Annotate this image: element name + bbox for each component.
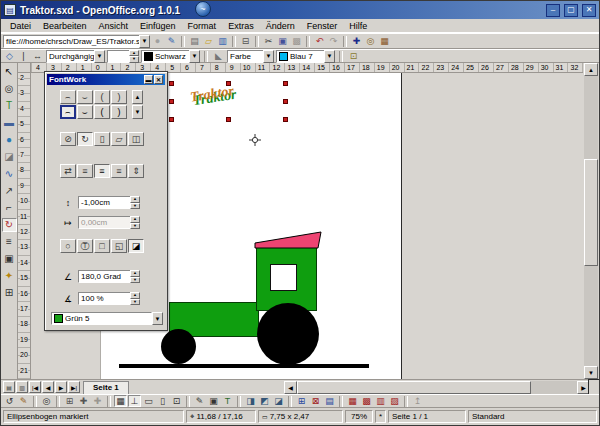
3d-objects-tool-icon[interactable]: ◪	[2, 150, 17, 164]
draft-fill-icon[interactable]: ▥	[374, 395, 387, 407]
show-grid-icon[interactable]: ⊞	[63, 395, 76, 407]
double-click-edit-icon[interactable]: T	[221, 395, 234, 407]
maximize-button[interactable]: ▢	[564, 4, 578, 17]
effects-tool-icon[interactable]: ✦	[2, 269, 17, 283]
vertical-scroll-thumb[interactable]	[584, 159, 598, 266]
select-tool-icon[interactable]: ↖	[2, 65, 17, 79]
menu-item[interactable]: Hilfe	[343, 21, 373, 31]
tab-seite-1[interactable]: Seite 1	[83, 381, 129, 394]
edit-gluepoints-icon[interactable]: ✎	[17, 395, 30, 407]
stop-icon[interactable]: ●	[151, 35, 164, 47]
ellipse-tool-icon[interactable]: ●	[2, 133, 17, 147]
prev-page-icon[interactable]: ◀	[42, 381, 54, 393]
selection-handle[interactable]	[169, 117, 174, 122]
redo-icon[interactable]: ↷	[327, 35, 340, 47]
arrow-style-icon[interactable]: ↔	[31, 50, 44, 62]
fontwork-slant-shadow-icon[interactable]: ◪	[128, 239, 144, 253]
selection-handle[interactable]	[283, 99, 288, 104]
scroll-up-icon[interactable]: ▲	[584, 63, 598, 76]
fontwork-rollup-button[interactable]: ▬	[144, 75, 153, 84]
scroll-left-icon[interactable]: ◀	[284, 381, 297, 394]
fontwork-slant-horizontal-icon[interactable]: ▱	[111, 132, 127, 146]
next-page-icon[interactable]: ▶	[55, 381, 67, 393]
shadow-icon[interactable]: ⊡	[347, 50, 360, 62]
selection-handle[interactable]	[169, 99, 174, 104]
tractor-window[interactable]	[270, 264, 297, 291]
draft-contour-icon[interactable]: ▩	[360, 395, 373, 407]
snap-to-helplines-icon[interactable]: ⊥	[128, 395, 141, 407]
helplines-while-moving-icon[interactable]: ✚	[91, 395, 104, 407]
line-width-spinner[interactable]: ▲▼	[107, 50, 139, 63]
vertical-scrollbar[interactable]: ▲ ▼	[584, 63, 598, 379]
fontwork-open-arc-up-icon[interactable]: ⌢	[60, 105, 76, 119]
fontwork-arc-left-icon[interactable]: (	[94, 90, 110, 104]
fontwork-shadow-color-combo[interactable]: Grün 5 ▼	[51, 312, 163, 325]
contour-mode-icon[interactable]: ⊠	[309, 395, 322, 407]
selection-handle[interactable]	[226, 81, 231, 86]
fontwork-off-icon[interactable]: ⊘	[60, 132, 76, 146]
status-zoom[interactable]: 75%	[345, 410, 373, 423]
snap-to-margins-icon[interactable]: ▭	[142, 395, 155, 407]
shadow-angle-spin-buttons[interactable]: ▲▼	[130, 270, 140, 283]
last-page-icon[interactable]: ▶|	[68, 381, 80, 393]
line-style-value[interactable]: Durchgängig	[46, 50, 94, 63]
tractor-roof[interactable]	[253, 231, 325, 250]
menu-item[interactable]: Extras	[222, 21, 260, 31]
fill-type-combo[interactable]: Farbe ▼	[227, 50, 274, 63]
open-icon[interactable]: ▱	[202, 35, 215, 47]
line-color-combo[interactable]: Schwarz ▼	[141, 50, 200, 63]
exit-all-groups-icon[interactable]: ↥	[411, 395, 424, 407]
simple-handles-icon[interactable]: ◨	[244, 395, 257, 407]
menu-item[interactable]: Format	[182, 21, 223, 31]
master-view-icon[interactable]: ▥	[16, 381, 28, 393]
horizontal-scrollbar[interactable]: ◀ ▶	[284, 381, 590, 394]
shadow-size-field[interactable]: 100 %	[78, 292, 130, 305]
arrange-tool-icon[interactable]: ▣	[2, 252, 17, 266]
fontwork-open-arc-right-icon[interactable]: )	[111, 105, 127, 119]
vertical-ruler[interactable]: 2345678910111213141516171819202122	[18, 73, 31, 379]
lines-arrows-tool-icon[interactable]: ↗	[2, 184, 17, 198]
shadow-angle-field[interactable]: 180,0 Grad	[78, 270, 130, 283]
selection-handle[interactable]	[283, 81, 288, 86]
window-resize-grip[interactable]	[588, 379, 599, 394]
modify-with-attributes-icon[interactable]: ◪	[272, 395, 285, 407]
distance-field[interactable]: -1,00cm	[78, 196, 130, 209]
navigator-icon[interactable]: ✚	[350, 35, 363, 47]
menu-item[interactable]: Fenster	[301, 21, 344, 31]
rear-wheel[interactable]	[257, 303, 319, 365]
line-style-dropdown-icon[interactable]: ▼	[94, 50, 105, 63]
fontwork-open-arc-left-icon[interactable]: (	[94, 105, 110, 119]
fontwork-slant-vertical-icon[interactable]: ◫	[128, 132, 144, 146]
fontwork-align-center-icon[interactable]: ≡	[94, 164, 110, 178]
horizontal-scroll-thumb[interactable]	[297, 381, 531, 394]
zoom-tool-icon[interactable]: ◎	[2, 82, 17, 96]
curve-tool-icon[interactable]: ∿	[2, 167, 17, 181]
menu-item[interactable]: Ändern	[260, 21, 301, 31]
fontwork-vertical-shadow-icon[interactable]: ◱	[111, 239, 127, 253]
selection-handle[interactable]	[226, 117, 231, 122]
draft-picture-icon[interactable]: ▦	[346, 395, 359, 407]
line-dialog-icon[interactable]: |	[17, 50, 30, 62]
alignment-tool-icon[interactable]: ≡	[2, 235, 17, 249]
draft-line-icon[interactable]: ▨	[388, 395, 401, 407]
fontwork-arc-up-icon[interactable]: ⌢	[60, 90, 76, 104]
scroll-down-icon[interactable]: ▼	[584, 366, 598, 379]
fontwork-autosize-icon[interactable]: ⇕	[128, 164, 144, 178]
snap-to-points-icon[interactable]: ⊡	[170, 395, 183, 407]
fill-color-combo[interactable]: Blau 7 ▼	[276, 50, 335, 63]
indent-spin-buttons[interactable]: ▲▼	[130, 216, 140, 229]
fill-type-value[interactable]: Farbe	[227, 50, 263, 63]
distance-spin-buttons[interactable]: ▲▼	[130, 196, 140, 209]
fontwork-text-contour-icon[interactable]: Ⓣ	[77, 239, 93, 253]
menu-item[interactable]: Bearbeiten	[37, 21, 93, 31]
text-placeholder-icon[interactable]: ▤	[323, 395, 336, 407]
fontwork-arc-right-icon[interactable]: )	[111, 90, 127, 104]
edit-points-icon[interactable]: ◇	[3, 50, 16, 62]
fontwork-upright-icon[interactable]: ▯	[94, 132, 110, 146]
shadow-color-dropdown-icon[interactable]: ▼	[152, 312, 163, 325]
fill-type-dropdown-icon[interactable]: ▼	[263, 50, 274, 63]
picture-placeholder-icon[interactable]: ⊞	[295, 395, 308, 407]
menu-item[interactable]: Einfügen	[134, 21, 182, 31]
front-wheel[interactable]	[161, 329, 196, 364]
line-color-dropdown-icon[interactable]: ▼	[189, 50, 200, 63]
